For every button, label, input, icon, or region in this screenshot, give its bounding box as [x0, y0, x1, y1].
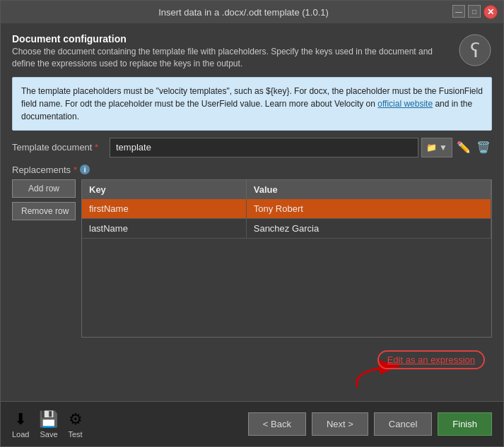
browse-icon: 📁 — [426, 143, 437, 153]
test-action[interactable]: ⚙ Test — [68, 410, 82, 439]
content-area: Document configuration Choose the docume… — [1, 23, 503, 401]
replacements-body: Add row Remove row Key Value — [12, 179, 492, 338]
footer: ⬇ Load 💾 Save ⚙ Test < Back Next > Cance… — [1, 401, 503, 446]
svg-text:ʕ: ʕ — [470, 40, 480, 61]
row-key: lastName — [82, 218, 246, 238]
test-label: Test — [68, 430, 82, 439]
section-header: Document configuration Choose the docume… — [12, 33, 492, 70]
template-document-label: Template document * — [12, 142, 104, 153]
window-title: Insert data in a .docx/.odt template (1.… — [35, 7, 452, 18]
row-value: Tony Robert — [246, 199, 491, 219]
info-box: The template placeholders must be "veloc… — [12, 77, 492, 131]
row-key: firstName — [82, 199, 246, 219]
replacements-label: Replacements * i — [12, 165, 492, 175]
table-row[interactable]: lastName Sanchez Garcia — [82, 218, 491, 238]
template-input[interactable] — [110, 138, 418, 157]
template-required-marker: * — [95, 142, 98, 153]
replacements-table-container: Key Value firstName Tony Robert lastName — [81, 179, 492, 338]
window-controls: — □ ✕ — [452, 5, 498, 19]
section-title: Document configuration — [12, 33, 458, 44]
minimize-button[interactable]: — — [452, 5, 465, 18]
section-desc: Choose the document containing the templ… — [12, 46, 458, 70]
save-icon: 💾 — [39, 410, 58, 429]
maximize-button[interactable]: □ — [468, 5, 481, 18]
footer-left-actions: ⬇ Load 💾 Save ⚙ Test — [12, 410, 83, 439]
table-row[interactable]: firstName Tony Robert — [82, 199, 491, 219]
col-header-value: Value — [246, 180, 491, 199]
replacements-info-icon[interactable]: i — [80, 165, 90, 174]
title-bar: Insert data in a .docx/.odt template (1.… — [1, 1, 503, 23]
footer-right-nav: < Back Next > Cancel Finish — [248, 412, 492, 436]
table-header-row: Key Value — [82, 180, 491, 199]
replacements-table: Key Value firstName Tony Robert lastName — [82, 180, 491, 239]
row-value: Sanchez Garcia — [246, 218, 491, 238]
template-edit-button[interactable]: ✏️ — [455, 139, 472, 155]
save-action[interactable]: 💾 Save — [39, 410, 58, 439]
template-browse-button[interactable]: 📁 ▼ — [421, 138, 452, 157]
back-button[interactable]: < Back — [248, 412, 306, 436]
load-action[interactable]: ⬇ Load — [12, 410, 29, 439]
edit-expression-link[interactable]: Edit as an expression — [377, 350, 485, 369]
close-button[interactable]: ✕ — [484, 5, 498, 19]
add-row-button[interactable]: Add row — [12, 179, 76, 198]
load-icon: ⬇ — [14, 410, 27, 429]
dropdown-arrow-icon: ▼ — [439, 143, 447, 153]
finish-button[interactable]: Finish — [438, 412, 492, 436]
save-label: Save — [40, 430, 57, 439]
cancel-button[interactable]: Cancel — [374, 412, 432, 436]
replacements-section: Replacements * i Add row Remove row Key … — [12, 165, 492, 394]
template-clear-button[interactable]: 🗑️ — [475, 139, 492, 155]
edit-expression-area: Edit as an expression — [12, 345, 492, 394]
next-button[interactable]: Next > — [312, 412, 368, 436]
remove-row-button[interactable]: Remove row — [12, 202, 76, 220]
replacements-buttons: Add row Remove row — [12, 179, 76, 338]
template-input-group: 📁 ▼ ✏️ 🗑️ — [110, 138, 492, 157]
section-header-text: Document configuration Choose the docume… — [12, 33, 458, 70]
col-header-key: Key — [82, 180, 246, 199]
official-website-link[interactable]: official website — [377, 99, 433, 109]
replacements-required-marker: * — [74, 165, 77, 175]
logo-mark: ʕ — [458, 33, 492, 67]
load-label: Load — [12, 430, 29, 439]
main-window: Insert data in a .docx/.odt template (1.… — [0, 0, 504, 447]
template-document-row: Template document * 📁 ▼ ✏️ 🗑️ — [12, 138, 492, 157]
test-icon: ⚙ — [69, 410, 83, 429]
